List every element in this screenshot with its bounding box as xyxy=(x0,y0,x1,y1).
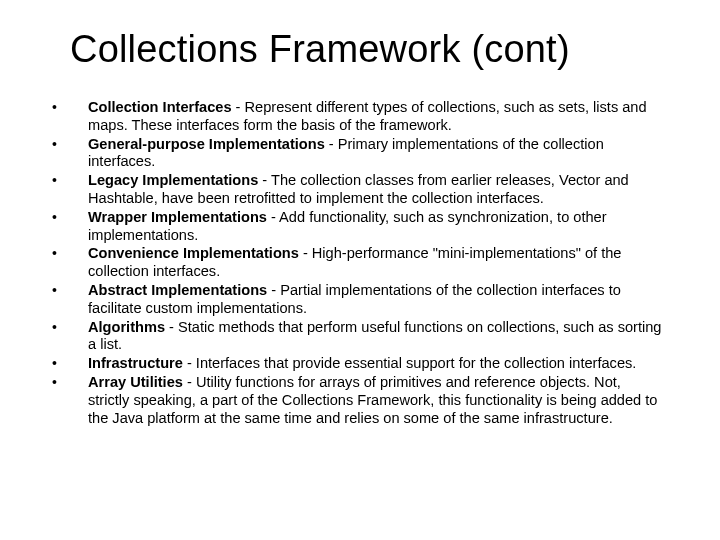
slide: Collections Framework (cont) Collection … xyxy=(0,0,720,540)
term: Abstract Implementations xyxy=(88,282,267,298)
term: Collection Interfaces xyxy=(88,99,232,115)
term: Infrastructure xyxy=(88,355,183,371)
term: Array Utilities xyxy=(88,374,183,390)
list-item: General-purpose Implementations - Primar… xyxy=(40,136,664,172)
list-item: Legacy Implementations - The collection … xyxy=(40,172,664,208)
list-item: Wrapper Implementations - Add functional… xyxy=(40,209,664,245)
list-item: Abstract Implementations - Partial imple… xyxy=(40,282,664,318)
term: General-purpose Implementations xyxy=(88,136,325,152)
term: Convenience Implementations xyxy=(88,245,299,261)
list-item: Algorithms - Static methods that perform… xyxy=(40,319,664,355)
list-item: Convenience Implementations - High-perfo… xyxy=(40,245,664,281)
term: Wrapper Implementations xyxy=(88,209,267,225)
desc: - Interfaces that provide essential supp… xyxy=(183,355,636,371)
list-item: Array Utilities - Utility functions for … xyxy=(40,374,664,427)
term: Legacy Implementations xyxy=(88,172,258,188)
term: Algorithms xyxy=(88,319,165,335)
slide-title: Collections Framework (cont) xyxy=(70,28,680,71)
list-item: Infrastructure - Interfaces that provide… xyxy=(40,355,664,373)
desc: - Static methods that perform useful fun… xyxy=(88,319,661,353)
list-item: Collection Interfaces - Represent differ… xyxy=(40,99,664,135)
bullet-list: Collection Interfaces - Represent differ… xyxy=(40,99,680,427)
